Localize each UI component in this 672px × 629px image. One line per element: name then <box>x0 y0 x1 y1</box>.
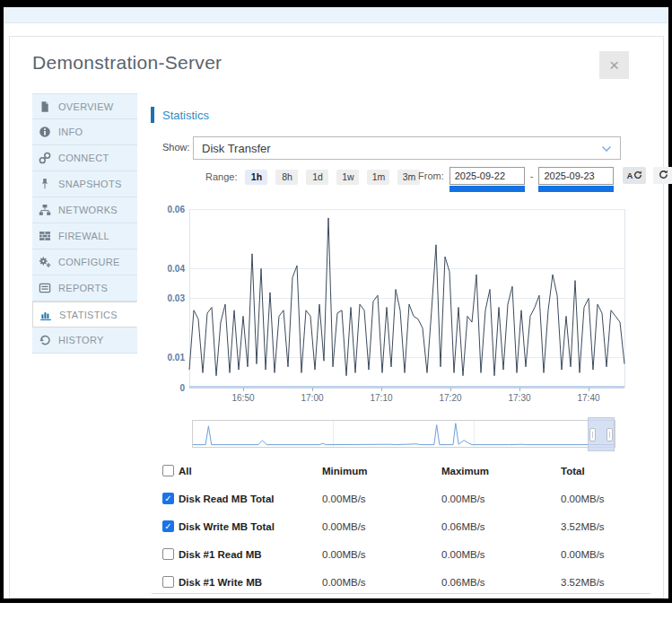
navigator-handle-left[interactable] <box>589 428 596 441</box>
legend-header-total: Total <box>561 466 650 476</box>
gears-icon <box>39 256 51 268</box>
series-checkbox[interactable] <box>162 548 174 560</box>
sidebar-item-networks[interactable]: NETWORKS <box>32 197 137 223</box>
navigator-selection[interactable] <box>588 417 615 451</box>
series-checkbox[interactable] <box>162 576 174 588</box>
date-start-wrap <box>449 167 525 185</box>
sidebar-item-connect[interactable]: CONNECT <box>32 145 137 171</box>
series-maximum: 0.06MB/s <box>441 577 561 588</box>
range-button-1d[interactable]: 1d <box>306 170 328 185</box>
screen-frame-bottom <box>0 598 672 603</box>
firewall-icon <box>39 230 51 242</box>
screen-frame-left <box>0 0 4 603</box>
legend-header-all: All <box>162 465 322 476</box>
from-group: From: - A <box>418 167 672 187</box>
auto-refresh-button[interactable]: A <box>623 167 646 184</box>
legend-row: ✓Disk Write MB Total <box>162 520 322 532</box>
svg-text:0.03: 0.03 <box>168 293 186 303</box>
legend-header-all-label: All <box>179 466 192 476</box>
select-all-checkbox[interactable] <box>162 465 174 476</box>
date-separator: - <box>530 170 534 181</box>
show-label: Show: <box>162 142 190 153</box>
legend-row: Disk #1 Read MB <box>162 548 322 560</box>
legend-header-minimum: Minimum <box>322 466 441 476</box>
series-checkbox[interactable]: ✓ <box>162 493 174 504</box>
sidebar-item-statistics[interactable]: STATISTICS <box>32 301 137 328</box>
sidebar-item-label: INFO <box>58 127 83 137</box>
close-button[interactable]: × <box>599 51 629 79</box>
range-button-1h[interactable]: 1h <box>245 170 267 185</box>
sidebar-item-label: CONNECT <box>58 153 109 163</box>
svg-text:17:10: 17:10 <box>370 393 392 403</box>
range-button-8h[interactable]: 8h <box>275 170 298 185</box>
range-button-1w[interactable]: 1w <box>336 170 359 185</box>
sidebar-item-label: SNAPSHOTS <box>58 179 122 189</box>
series-legend-table: AllMinimumMaximumTotal✓Disk Read MB Tota… <box>162 457 650 596</box>
sidebar-item-history[interactable]: HISTORY <box>32 328 137 354</box>
sidebar-item-label: NETWORKS <box>58 205 118 215</box>
range-button-3m[interactable]: 3m <box>397 170 420 185</box>
sidebar-item-firewall[interactable]: FIREWALL <box>32 223 137 249</box>
svg-text:0.06: 0.06 <box>168 205 186 214</box>
section-title: Statistics <box>162 109 209 122</box>
svg-text:0.04: 0.04 <box>168 264 186 274</box>
refresh-button[interactable] <box>653 167 672 184</box>
screen: Demonstration-Server × OVERVIEWINFOCONNE… <box>0 0 672 629</box>
svg-text:17:20: 17:20 <box>439 393 461 403</box>
series-total: 3.52MB/s <box>561 577 650 588</box>
statistics-chart: 00.010.030.040.0616:5017:0017:1017:2017:… <box>167 204 629 408</box>
legend-divider <box>152 593 650 594</box>
sidebar-item-snapshots[interactable]: SNAPSHOTS <box>32 171 137 197</box>
refresh-icon <box>633 170 642 181</box>
series-total: 3.52MB/s <box>561 521 650 532</box>
series-maximum: 0.06MB/s <box>441 521 561 532</box>
svg-text:17:40: 17:40 <box>577 393 599 403</box>
screen-frame-right <box>668 0 672 603</box>
sidebar-item-label: CONFIGURE <box>58 257 120 267</box>
sidebar-item-label: OVERVIEW <box>58 101 114 112</box>
show-select[interactable]: Disk Transfer <box>193 136 621 160</box>
history-icon <box>39 334 51 346</box>
series-checkbox[interactable]: ✓ <box>162 520 174 532</box>
series-label: Disk Read MB Total <box>179 494 275 504</box>
top-banner <box>4 7 668 23</box>
legend-header-maximum: Maximum <box>441 466 561 476</box>
sitemap-icon <box>39 204 51 216</box>
refresh-icon <box>659 169 668 182</box>
svg-text:0: 0 <box>179 383 185 393</box>
date-end-input[interactable] <box>538 167 614 185</box>
file-icon <box>39 100 51 113</box>
chart-navigator[interactable] <box>192 420 615 448</box>
sidebar-item-label: STATISTICS <box>59 310 118 320</box>
sidebar-item-label: FIREWALL <box>58 231 109 241</box>
sidebar-item-reports[interactable]: REPORTS <box>32 275 137 301</box>
sidebar-item-info[interactable]: INFO <box>32 119 137 145</box>
series-minimum: 0.00MB/s <box>322 549 441 560</box>
link-icon <box>39 152 51 164</box>
show-select-value: Disk Transfer <box>202 142 271 155</box>
pin-icon <box>39 178 51 190</box>
sidebar-item-overview[interactable]: OVERVIEW <box>32 93 137 119</box>
series-label: Disk #1 Write MB <box>179 577 262 588</box>
series-maximum: 0.00MB/s <box>441 494 561 504</box>
sidebar-item-label: REPORTS <box>58 283 108 293</box>
navigator-chart <box>193 421 615 447</box>
date-start-underline <box>449 186 525 192</box>
sidebar-item-configure[interactable]: CONFIGURE <box>32 249 137 275</box>
series-total: 0.00MB/s <box>561 549 650 560</box>
series-label: Disk #1 Read MB <box>179 549 262 560</box>
dialog-title: Demonstration-Server <box>32 52 222 74</box>
date-end-underline <box>538 186 614 192</box>
info-icon <box>39 126 51 138</box>
series-maximum: 0.00MB/s <box>441 549 561 560</box>
date-start-input[interactable] <box>449 167 525 185</box>
from-label: From: <box>418 170 444 181</box>
chevron-down-icon <box>601 140 612 156</box>
series-minimum: 0.00MB/s <box>322 577 441 588</box>
series-minimum: 0.00MB/s <box>322 494 441 504</box>
range-button-1m[interactable]: 1m <box>367 170 389 185</box>
series-total: 0.00MB/s <box>561 494 650 504</box>
navigator-handle-right[interactable] <box>607 428 613 441</box>
sidebar-item-label: HISTORY <box>58 335 104 345</box>
svg-text:0.01: 0.01 <box>168 353 186 363</box>
